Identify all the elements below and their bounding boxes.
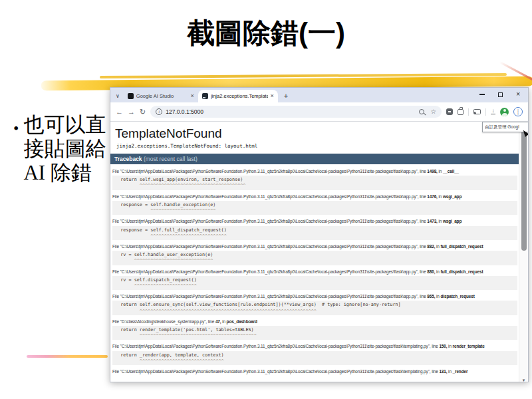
close-window-button[interactable]: × (516, 91, 520, 98)
scrollbar-thumb[interactable] (521, 129, 527, 251)
bookmark-star-icon[interactable]: ☆ (430, 108, 436, 115)
pink-orange-marker-line (27, 355, 108, 358)
caret-underline: ^^^^^^^^^^^^^^^^^^^^^^^^ (115, 208, 215, 213)
traceback-frame: File "D:\class\AIcoding\steakhouse_syste… (112, 319, 517, 340)
tab-google-ai-studio[interactable]: Google AI Studio × (124, 90, 198, 102)
google-ai-studio-favicon-icon (128, 93, 134, 99)
caret-underline: ^^^^^^^^^^^^^^^^^^^^^^^^^^^^^^^^^^^^^^^^… (115, 309, 317, 314)
bullet-line: AI 除錯 (23, 161, 106, 185)
download-arrow-glyph: ↓ (492, 109, 495, 113)
tab-strip: ∨ Google AI Studio × jinja2.exceptions.T… (110, 88, 528, 102)
frame-code: return self.wsgi_app(environ, start_resp… (112, 176, 517, 190)
caret-underline: ^^^^^^^^^^^^^^^^^^^^^^^ (115, 283, 197, 289)
tab-close-icon[interactable]: × (271, 93, 274, 99)
bullet-line: 接貼圖給 (23, 137, 106, 161)
frame-file-line: File "C:\Users\tjm\AppData\Local\Package… (112, 368, 517, 374)
new-tab-button[interactable]: + (284, 92, 288, 100)
profile-avatar[interactable] (500, 108, 509, 116)
page-title: TemplateNotFound (115, 126, 519, 141)
maximize-button[interactable] (498, 92, 503, 97)
zoom-magnifier-icon[interactable] (419, 109, 424, 114)
error-page-content: TemplateNotFound jinja2.exceptions.Templ… (110, 122, 528, 382)
address-bar[interactable]: i 127.0.0.1:5000 ☆ (150, 106, 442, 118)
traceback-frames: File "C:\Users\tjm\AppData\Local\Package… (110, 164, 519, 374)
window-controls: × (479, 91, 520, 98)
frame-code: return _render(app, template, context) ^… (112, 351, 517, 365)
frame-code: response = self.handle_exception(e) ^^^^… (112, 201, 517, 215)
reload-button[interactable]: ↻ (140, 108, 146, 116)
extensions-icon[interactable] (458, 109, 464, 115)
bullet-line: 也可以直 (23, 113, 106, 137)
frame-file-line: File "C:\Users\tjm\AppData\Local\Package… (112, 218, 517, 224)
frame-file-line: File "C:\Users\tjm\AppData\Local\Package… (112, 194, 517, 200)
frame-file-line: File "C:\Users\tjm\AppData\Local\Package… (112, 243, 517, 249)
exception-summary: jinja2.exceptions.TemplateNotFound: layo… (116, 143, 519, 149)
caret-underline: ^^^^^^^^^^^^^^^^^^^^^^^^^^^^^^^^^^^^^^^^… (115, 333, 257, 338)
scroll-down-arrow-icon[interactable]: ▾ (519, 378, 528, 382)
back-button[interactable]: ← (116, 108, 123, 116)
traceback-frame: File "C:\Users\tjm\AppData\Local\Package… (112, 168, 517, 190)
caret-underline: ^^^^^^^^^^^^^^^^^^^^^^^^^^^^^^^ (115, 358, 224, 364)
frame-file-line: File "C:\Users\tjm\AppData\Local\Package… (112, 293, 517, 299)
caret-underline: ^^^^^^^^^^^^^^^^^^^^^^^^^^^^^ (115, 258, 213, 263)
traceback-frame: File "C:\Users\tjm\AppData\Local\Package… (112, 368, 517, 374)
frame-file-line: File "C:\Users\tjm\AppData\Local\Package… (112, 343, 517, 349)
traceback-frame: File "C:\Users\tjm\AppData\Local\Package… (112, 343, 517, 365)
tab-label: jinja2.exceptions.TemplateNo (211, 93, 268, 99)
traceback-header: Traceback (most recent call last) (110, 154, 519, 164)
toolbar-divider (485, 108, 486, 116)
traceback-frame: File "C:\Users\tjm\AppData\Local\Package… (112, 293, 517, 315)
caret-underline: ^^^^^^^^^^^^^^^^^^^^^^^^^^^^ (115, 233, 227, 239)
tab-jinja2-exception[interactable]: jinja2.exceptions.TemplateNo × (198, 90, 278, 102)
traceback-frame: File "C:\Users\tjm\AppData\Local\Package… (112, 269, 517, 291)
slide-bullet: • 也可以直 接貼圖給 AI 除錯 (13, 113, 106, 185)
site-info-icon[interactable]: i (156, 108, 162, 115)
frame-code: rv = self.handle_user_exception(e) ^^^^^… (112, 251, 517, 265)
forward-button[interactable]: → (128, 108, 135, 116)
minimize-button[interactable] (479, 94, 485, 94)
slide-title: 截圖除錯(一) (0, 15, 532, 52)
traceback-note: (most recent call last) (142, 156, 198, 162)
downloads-icon[interactable]: ↓ (491, 109, 495, 115)
cast-icon[interactable] (473, 109, 481, 114)
toolbar-divider (468, 108, 469, 116)
frame-code: return self.ensure_sync(self.view_functi… (112, 301, 517, 315)
download-tray-bar (491, 114, 495, 114)
browser-toolbar: ← → ↻ i 127.0.0.1:5000 ☆ ↓ ⋮ (110, 102, 528, 122)
frame-file-line: File "C:\Users\tjm\AppData\Local\Package… (112, 168, 517, 174)
tab-search-chevron-icon[interactable]: ∨ (116, 94, 120, 99)
traceback-frame: File "C:\Users\tjm\AppData\Local\Package… (112, 218, 517, 240)
side-panel-icon[interactable] (446, 108, 453, 115)
error-page-favicon-icon (202, 93, 208, 99)
bullet-marker: • (13, 120, 19, 185)
browser-menu-button[interactable]: ⋮ (513, 107, 523, 116)
frame-code: rv = self.dispatch_request() ^^^^^^^^^^^… (112, 276, 517, 290)
url-text[interactable]: 127.0.0.1:5000 (166, 108, 203, 115)
traceback-frame: File "C:\Users\tjm\AppData\Local\Package… (112, 194, 517, 215)
scrollbar[interactable]: ▾ (519, 122, 528, 382)
frame-file-line: File "D:\class\AIcoding\steakhouse_syste… (112, 319, 517, 325)
frame-code: response = self.full_dispatch_request() … (112, 226, 517, 240)
tab-label: Google AI Studio (136, 93, 188, 99)
tab-close-icon[interactable]: × (191, 93, 194, 99)
traceback-frame: File "C:\Users\tjm\AppData\Local\Package… (112, 243, 517, 265)
presentation-slide: 截圖除錯(一) • 也可以直 接貼圖給 AI 除錯 ∨ Google AI St… (0, 0, 532, 399)
browser-window: ∨ Google AI Studio × jinja2.exceptions.T… (110, 87, 529, 382)
caret-underline: ^^^^^^^^^^^^^^^^^^^^^^^^^^^^^^^^^^^^^^^ (115, 183, 245, 188)
bullet-text: 也可以直 接貼圖給 AI 除錯 (23, 113, 106, 185)
frame-code: return render_template('pos.html', table… (112, 326, 517, 340)
frame-file-line: File "C:\Users\tjm\AppData\Local\Package… (112, 269, 517, 275)
traceback-label: Traceback (114, 156, 142, 162)
